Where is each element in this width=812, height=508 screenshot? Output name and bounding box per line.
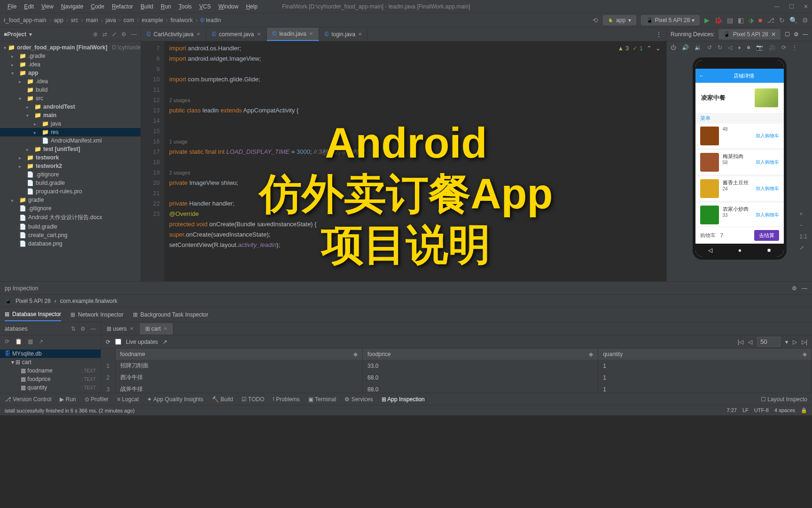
tree-root[interactable]: ▾📁order_food_app-main [FinalWork]D:\cyh\… [0,43,141,52]
record-icon[interactable]: 🎥 [769,44,776,51]
gear-icon[interactable]: ⚙ [80,325,86,332]
coverage-icon[interactable]: ▤ [727,16,733,24]
debug-icon[interactable]: 🐞 [714,16,722,24]
tool-tab-run[interactable]: ▶ Run [60,396,76,403]
food-item[interactable]: 酱香土豆丝24加入购物车 [695,176,784,201]
fit-icon[interactable]: 1:1 [799,233,807,240]
menu-code[interactable]: Code [87,1,108,12]
git-icon[interactable]: ⎇ [767,16,774,24]
prev-page-icon[interactable]: ◁ [748,339,752,345]
breadcrumb-item[interactable]: finalwork [171,17,193,24]
back-arrow-icon[interactable]: ← [699,73,704,79]
menu-run[interactable]: Run [157,1,175,12]
menu-vcs[interactable]: VCS [195,1,215,12]
tree-item[interactable]: 📄database.png [0,239,141,248]
tool-tab-problems[interactable]: ! Problems [273,396,299,403]
tool-tab-todo[interactable]: ☑ TODO [242,396,265,403]
cursor-position[interactable]: 7:27 [727,407,737,413]
maximize-icon[interactable]: ☐ [789,3,794,10]
cart-label[interactable]: 购物车 [700,232,716,239]
tree-item[interactable]: ▸📁gradle [0,196,141,204]
tree-item[interactable]: 📄proguard-rules.pro [0,187,141,196]
tree-item[interactable]: 📄.gitignore [0,204,141,213]
tree-item[interactable]: ▾📁app [0,69,141,77]
tree-item[interactable]: 📄.gitignore [0,170,141,179]
breadcrumb-item[interactable]: example [141,17,163,24]
inspection-tab[interactable]: ⊞ Database Inspector [5,308,61,321]
editor-tab[interactable]: ©login.java✕ [319,28,368,40]
tree-item[interactable]: ▸📁testwork2 [0,162,141,170]
hide-icon[interactable]: — [802,285,807,292]
reload-icon[interactable]: ⟳ [781,44,786,51]
food-item[interactable]: 48加入购物车 [695,124,784,148]
minimize-icon[interactable]: — [774,3,780,10]
tool-tab-build[interactable]: 🔨 Build [212,396,233,403]
inspection-tab[interactable]: ⊞ Network Inspector [70,309,124,321]
more-tabs-icon[interactable]: ⋮ [651,31,666,38]
project-tree[interactable]: ▾📁order_food_app-main [FinalWork]D:\cyh\… [0,41,141,281]
table-row[interactable]: 2西冷牛排68.01 [101,372,812,383]
next-page-icon[interactable]: ▷ [793,339,797,345]
search-icon[interactable]: 🔍 [789,16,797,24]
volume-up-icon[interactable]: 🔊 [682,44,689,51]
add-to-cart[interactable]: 加入购物车 [756,185,779,192]
live-updates-checkbox[interactable] [115,339,121,345]
gear-icon[interactable]: ⚙ [792,285,797,292]
add-to-cart[interactable]: 加入购物车 [756,133,779,139]
export-icon[interactable]: ↗ [39,338,43,345]
export-icon[interactable]: ↗ [163,339,167,345]
add-to-cart[interactable]: 加入购物车 [756,159,779,166]
gear-icon[interactable]: ⚙ [121,31,126,38]
tool-tab-app-quality-insights[interactable]: ✦ App Quality Insights [147,396,203,403]
menu-tools[interactable]: Tools [175,1,195,12]
power-icon[interactable]: ⏻ [671,44,676,51]
nav-recent-icon[interactable]: ■ [767,247,771,254]
menu-file[interactable]: File [4,1,20,12]
db-column[interactable]: ▦ quantity: TEXT [0,383,101,392]
emulator-tab[interactable]: 📱 Pixel 5 API 28 ✕ [718,29,781,40]
menu-refactor[interactable]: Refactor [108,1,137,12]
expand-icon[interactable]: ⇄ [102,31,107,38]
profile-icon[interactable]: ◧ [738,16,744,24]
table-row[interactable]: 3战斧牛排88.01 [101,383,812,393]
add-to-cart[interactable]: 加入购物车 [756,212,779,218]
inspection-tab[interactable]: ⊞ Background Task Inspector [133,309,209,321]
breadcrumb-item[interactable]: © leadin [200,17,221,24]
update-icon[interactable]: ↻ [779,16,785,24]
breadcrumb[interactable]: r_food_app-main›app›src›main›java›com›ex… [4,17,221,24]
hide-icon[interactable]: — [803,31,808,38]
indent-config[interactable]: 4 spaces [774,407,795,413]
sql-icon[interactable]: ▦ [28,338,33,345]
first-page-icon[interactable]: |◁ [738,339,743,345]
bp-package[interactable]: com.example.finalwork [60,298,117,304]
db-name[interactable]: 🗄 MYsqlite.db [0,349,101,358]
page-size-input[interactable] [757,337,781,347]
warning-indicator[interactable]: ▲ 3 [617,43,629,54]
attach-icon[interactable]: ⬗ [749,16,754,24]
rotate-right-icon[interactable]: ↻ [718,44,722,51]
menu-build[interactable]: Build [137,1,157,12]
tool-tab-version-control[interactable]: ⎇ Version Control [5,396,51,403]
home-icon[interactable]: ● [738,44,741,51]
ok-indicator[interactable]: ✓ 1 [632,43,643,54]
tree-item[interactable]: ▸📁testwork [0,153,141,162]
breadcrumb-item[interactable]: src [71,17,78,24]
tree-item[interactable]: ▸📁java [0,119,141,128]
collapse-icon[interactable]: ⤢ [112,31,117,38]
line-separator[interactable]: LF [742,407,749,413]
tool-tab-logcat[interactable]: ≡ Logcat [117,396,139,403]
tree-item[interactable]: 📄create_cart.png [0,231,141,239]
filter-icon[interactable]: ⇅ [71,325,76,332]
checkout-button[interactable]: 去结算 [754,230,779,241]
zoom-out-icon[interactable]: − [799,222,807,229]
menu-help[interactable]: Help [242,1,261,12]
zoom-in-icon[interactable]: + [799,211,807,217]
hide-icon[interactable]: — [90,325,96,332]
tree-item[interactable]: 📄Android 大作业设计报告.docx [0,213,141,222]
volume-down-icon[interactable]: 🔉 [695,44,702,51]
tree-item[interactable]: ▸📁.gradle [0,52,141,60]
tool-tab-profiler[interactable]: ⊙ Profiler [85,396,109,403]
layout-inspector-tab[interactable]: ☐ Layout Inspecto [761,396,807,403]
editor-tab[interactable]: ©CartActivity.java✕ [141,28,206,40]
nav-home-icon[interactable]: ● [738,247,742,254]
